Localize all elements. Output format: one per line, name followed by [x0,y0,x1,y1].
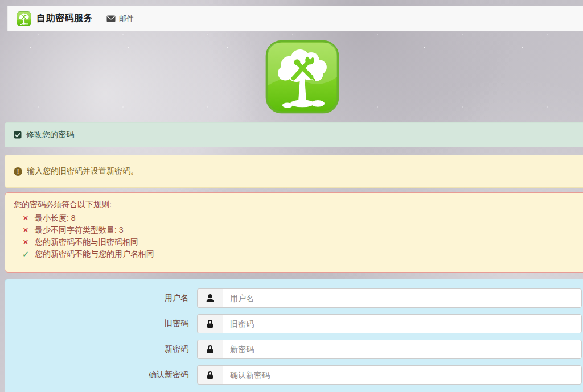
policy-rule-list: ✕ 最小长度: 8 ✕ 最少不同字符类型数量: 3 ✕ 您的新密码不能与旧密码相… [14,212,582,260]
old-password-label: 旧密码 [5,319,197,329]
policy-rule-text: 您的新密码不能与旧密码相同 [35,236,138,248]
instruction-alert: ! 输入您的旧密码并设置新密码。 [5,155,583,188]
policy-rule-text: 您的新密码不能与您的用户名相同 [35,248,154,260]
password-policy-panel: 您的密码必须符合以下规则: ✕ 最小长度: 8 ✕ 最少不同字符类型数量: 3 … [5,192,583,273]
check-square-icon [14,131,22,139]
confirm-password-label: 确认新密码 [5,370,197,380]
section-heading-title: 修改您的密码 [26,130,74,140]
user-icon [197,288,223,308]
policy-rule: ✓ 您的新密码不能与您的用户名相同 [14,248,582,260]
section-heading: 修改您的密码 [5,122,583,147]
confirm-password-input[interactable] [223,365,582,385]
policy-rule: ✕ 最少不同字符类型数量: 3 [14,224,582,236]
app-tree-logo-large [265,40,339,114]
old-password-input[interactable] [223,314,582,333]
new-password-input[interactable] [223,340,582,359]
policy-rule-text: 最少不同字符类型数量: 3 [35,224,124,236]
form-row-new-password: 新密码 [5,340,582,359]
username-label: 用户名 [5,293,197,303]
form-row-old-password: 旧密码 [5,314,582,333]
navbar-brand[interactable]: 自助密码服务 [17,11,93,26]
rule-fail-icon: ✕ [22,236,30,248]
rule-fail-icon: ✕ [22,212,30,224]
exclamation-circle-icon: ! [14,167,22,176]
lock-icon [197,340,223,359]
app-tree-logo-icon [17,11,31,26]
navbar-brand-label: 自助密码服务 [36,13,93,24]
instruction-alert-message: 输入您的旧密码并设置新密码。 [27,166,138,176]
old-password-input-group [197,314,582,333]
confirm-password-input-group [197,365,582,385]
rule-fail-icon: ✕ [22,224,30,236]
nav-item-mail[interactable]: 邮件 [106,14,134,24]
mail-envelope-icon [106,15,116,22]
nav-item-mail-label: 邮件 [119,14,134,24]
lock-icon [197,314,223,333]
rule-pass-icon: ✓ [22,248,30,260]
password-change-form: 用户名 旧密码 新密码 [5,279,583,392]
policy-intro: 您的密码必须符合以下规则: [14,200,582,210]
policy-rule-text: 最小长度: 8 [35,212,76,224]
username-input[interactable] [223,288,582,308]
new-password-input-group [197,340,582,359]
new-password-label: 新密码 [5,344,197,354]
lock-icon [197,365,223,385]
form-row-username: 用户名 [5,288,582,308]
policy-rule: ✕ 您的新密码不能与旧密码相同 [14,236,582,248]
policy-rule: ✕ 最小长度: 8 [14,212,582,224]
username-input-group [197,288,582,308]
top-navbar: 自助密码服务 邮件 [7,6,583,31]
form-row-confirm-password: 确认新密码 [5,365,582,385]
